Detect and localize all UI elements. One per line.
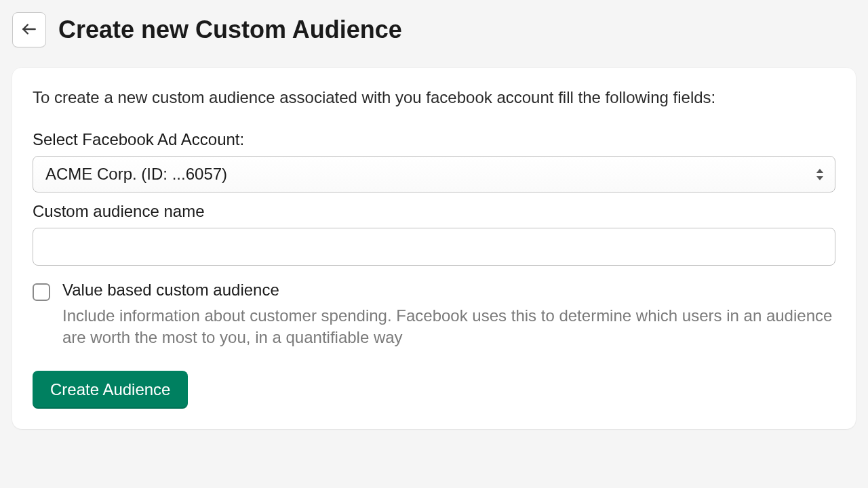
page-header: Create new Custom Audience bbox=[12, 12, 856, 47]
value-based-checkbox[interactable] bbox=[33, 283, 50, 301]
form-intro: To create a new custom audience associat… bbox=[33, 88, 835, 107]
arrow-left-icon bbox=[20, 20, 38, 40]
create-audience-button[interactable]: Create Audience bbox=[33, 371, 188, 409]
audience-name-label: Custom audience name bbox=[33, 202, 835, 221]
value-based-text: Value based custom audience Include info… bbox=[62, 281, 835, 349]
value-based-label: Value based custom audience bbox=[62, 281, 835, 300]
form-card: To create a new custom audience associat… bbox=[12, 68, 856, 429]
ad-account-select[interactable]: ACME Corp. (ID: ...6057) bbox=[33, 156, 835, 192]
page-title: Create new Custom Audience bbox=[58, 16, 402, 44]
ad-account-selected-value: ACME Corp. (ID: ...6057) bbox=[33, 156, 835, 192]
audience-name-input[interactable] bbox=[33, 228, 835, 266]
back-button[interactable] bbox=[12, 12, 46, 47]
value-based-description: Include information about customer spend… bbox=[62, 305, 835, 349]
ad-account-label: Select Facebook Ad Account: bbox=[33, 130, 835, 149]
value-based-field: Value based custom audience Include info… bbox=[33, 281, 835, 349]
